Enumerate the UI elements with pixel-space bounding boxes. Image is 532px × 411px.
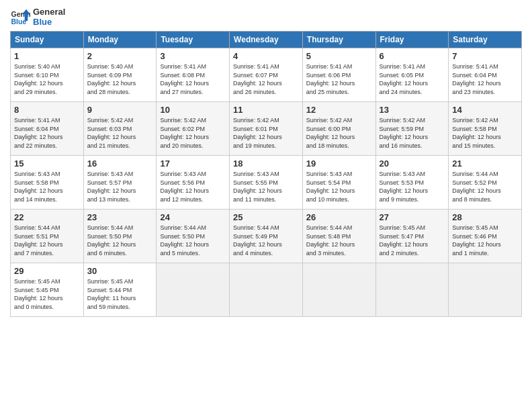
day-number: 20 [380, 158, 445, 169]
calendar-row-3: 22Sunrise: 5:44 AM Sunset: 5:51 PM Dayli… [11, 210, 522, 263]
calendar-cell: 19Sunrise: 5:43 AM Sunset: 5:54 PM Dayli… [302, 156, 375, 210]
day-number: 16 [87, 158, 153, 169]
day-number: 15 [14, 158, 80, 169]
day-info: Sunrise: 5:42 AM Sunset: 6:01 PM Dayligh… [233, 116, 299, 150]
day-info: Sunrise: 5:43 AM Sunset: 5:56 PM Dayligh… [160, 170, 226, 203]
day-info: Sunrise: 5:45 AM Sunset: 5:46 PM Dayligh… [452, 224, 518, 257]
day-info: Sunrise: 5:41 AM Sunset: 6:04 PM Dayligh… [14, 116, 80, 150]
calendar-cell [449, 263, 522, 317]
logo-line1: General [33, 7, 65, 17]
day-number: 2 [87, 51, 153, 61]
day-info: Sunrise: 5:45 AM Sunset: 5:47 PM Dayligh… [380, 224, 445, 257]
day-info: Sunrise: 5:40 AM Sunset: 6:10 PM Dayligh… [14, 62, 80, 96]
calendar-cell: 17Sunrise: 5:43 AM Sunset: 5:56 PM Dayli… [157, 156, 230, 210]
calendar-cell: 22Sunrise: 5:44 AM Sunset: 5:51 PM Dayli… [11, 210, 84, 263]
calendar-cell: 6Sunrise: 5:41 AM Sunset: 6:05 PM Daylig… [375, 48, 449, 102]
day-info: Sunrise: 5:45 AM Sunset: 5:45 PM Dayligh… [14, 277, 80, 311]
col-header-sunday: Sunday [11, 32, 84, 48]
day-info: Sunrise: 5:43 AM Sunset: 5:54 PM Dayligh… [306, 170, 372, 203]
calendar-cell: 14Sunrise: 5:42 AM Sunset: 5:58 PM Dayli… [449, 102, 522, 156]
day-number: 29 [14, 266, 80, 276]
calendar-cell: 26Sunrise: 5:44 AM Sunset: 5:48 PM Dayli… [302, 210, 375, 263]
calendar-cell [375, 263, 449, 317]
day-info: Sunrise: 5:44 AM Sunset: 5:48 PM Dayligh… [306, 224, 372, 257]
col-header-monday: Monday [83, 32, 157, 48]
col-header-thursday: Thursday [302, 32, 375, 48]
day-info: Sunrise: 5:42 AM Sunset: 5:58 PM Dayligh… [452, 116, 518, 150]
calendar-row-4: 29Sunrise: 5:45 AM Sunset: 5:45 PM Dayli… [11, 263, 522, 317]
day-number: 4 [233, 51, 299, 61]
header: General Blue General Blue [10, 7, 522, 27]
day-number: 21 [452, 158, 518, 169]
day-info: Sunrise: 5:42 AM Sunset: 6:02 PM Dayligh… [160, 116, 226, 150]
calendar-cell: 15Sunrise: 5:43 AM Sunset: 5:58 PM Dayli… [11, 156, 84, 210]
calendar-header-row: SundayMondayTuesdayWednesdayThursdayFrid… [11, 32, 522, 48]
svg-text:Blue: Blue [11, 17, 27, 26]
col-header-friday: Friday [375, 32, 449, 48]
day-info: Sunrise: 5:45 AM Sunset: 5:44 PM Dayligh… [87, 277, 153, 311]
day-info: Sunrise: 5:42 AM Sunset: 6:03 PM Dayligh… [87, 116, 153, 150]
calendar-cell: 16Sunrise: 5:43 AM Sunset: 5:57 PM Dayli… [83, 156, 157, 210]
calendar-cell: 21Sunrise: 5:44 AM Sunset: 5:52 PM Dayli… [449, 156, 522, 210]
day-number: 13 [380, 105, 445, 115]
calendar-cell: 18Sunrise: 5:43 AM Sunset: 5:55 PM Dayli… [230, 156, 303, 210]
logo: General Blue General Blue [10, 7, 65, 27]
day-number: 27 [380, 212, 445, 222]
calendar-cell: 2Sunrise: 5:40 AM Sunset: 6:09 PM Daylig… [83, 48, 157, 102]
calendar-cell: 30Sunrise: 5:45 AM Sunset: 5:44 PM Dayli… [83, 263, 157, 317]
calendar-cell [230, 263, 303, 317]
calendar-cell: 11Sunrise: 5:42 AM Sunset: 6:01 PM Dayli… [230, 102, 303, 156]
day-number: 1 [14, 51, 80, 61]
day-number: 28 [452, 212, 518, 222]
day-info: Sunrise: 5:40 AM Sunset: 6:09 PM Dayligh… [87, 62, 153, 96]
calendar-row-0: 1Sunrise: 5:40 AM Sunset: 6:10 PM Daylig… [11, 48, 522, 102]
calendar-cell: 24Sunrise: 5:44 AM Sunset: 5:50 PM Dayli… [157, 210, 230, 263]
day-number: 19 [306, 158, 372, 169]
calendar-cell: 27Sunrise: 5:45 AM Sunset: 5:47 PM Dayli… [375, 210, 449, 263]
day-info: Sunrise: 5:43 AM Sunset: 5:53 PM Dayligh… [380, 170, 445, 203]
day-info: Sunrise: 5:42 AM Sunset: 5:59 PM Dayligh… [380, 116, 445, 150]
col-header-saturday: Saturday [449, 32, 522, 48]
day-info: Sunrise: 5:43 AM Sunset: 5:57 PM Dayligh… [87, 170, 153, 203]
day-number: 30 [87, 266, 153, 276]
day-info: Sunrise: 5:44 AM Sunset: 5:49 PM Dayligh… [233, 224, 299, 257]
calendar-cell: 29Sunrise: 5:45 AM Sunset: 5:45 PM Dayli… [11, 263, 84, 317]
calendar-cell: 12Sunrise: 5:42 AM Sunset: 6:00 PM Dayli… [302, 102, 375, 156]
day-info: Sunrise: 5:41 AM Sunset: 6:08 PM Dayligh… [160, 62, 226, 96]
calendar-row-1: 8Sunrise: 5:41 AM Sunset: 6:04 PM Daylig… [11, 102, 522, 156]
day-number: 26 [306, 212, 372, 222]
calendar-cell: 20Sunrise: 5:43 AM Sunset: 5:53 PM Dayli… [375, 156, 449, 210]
day-info: Sunrise: 5:43 AM Sunset: 5:58 PM Dayligh… [14, 170, 80, 203]
day-number: 17 [160, 158, 226, 169]
day-number: 3 [160, 51, 226, 61]
day-number: 11 [233, 105, 299, 115]
calendar-cell: 28Sunrise: 5:45 AM Sunset: 5:46 PM Dayli… [449, 210, 522, 263]
day-number: 23 [87, 212, 153, 222]
logo-line2: Blue [33, 17, 65, 27]
day-number: 10 [160, 105, 226, 115]
calendar-cell: 10Sunrise: 5:42 AM Sunset: 6:02 PM Dayli… [157, 102, 230, 156]
calendar-cell: 3Sunrise: 5:41 AM Sunset: 6:08 PM Daylig… [157, 48, 230, 102]
calendar-cell [302, 263, 375, 317]
day-number: 22 [14, 212, 80, 222]
calendar-cell [157, 263, 230, 317]
day-number: 25 [233, 212, 299, 222]
calendar-row-2: 15Sunrise: 5:43 AM Sunset: 5:58 PM Dayli… [11, 156, 522, 210]
calendar-cell: 1Sunrise: 5:40 AM Sunset: 6:10 PM Daylig… [11, 48, 84, 102]
day-info: Sunrise: 5:44 AM Sunset: 5:50 PM Dayligh… [87, 224, 153, 257]
calendar-cell: 23Sunrise: 5:44 AM Sunset: 5:50 PM Dayli… [83, 210, 157, 263]
day-info: Sunrise: 5:41 AM Sunset: 6:06 PM Dayligh… [306, 62, 372, 96]
day-info: Sunrise: 5:44 AM Sunset: 5:52 PM Dayligh… [452, 170, 518, 203]
col-header-tuesday: Tuesday [157, 32, 230, 48]
day-number: 5 [306, 51, 372, 61]
day-info: Sunrise: 5:42 AM Sunset: 6:00 PM Dayligh… [306, 116, 372, 150]
col-header-wednesday: Wednesday [230, 32, 303, 48]
day-number: 6 [380, 51, 445, 61]
calendar-cell: 9Sunrise: 5:42 AM Sunset: 6:03 PM Daylig… [83, 102, 157, 156]
day-number: 7 [452, 51, 518, 61]
day-info: Sunrise: 5:41 AM Sunset: 6:04 PM Dayligh… [452, 62, 518, 96]
day-number: 12 [306, 105, 372, 115]
day-info: Sunrise: 5:44 AM Sunset: 5:50 PM Dayligh… [160, 224, 226, 257]
day-info: Sunrise: 5:44 AM Sunset: 5:51 PM Dayligh… [14, 224, 80, 257]
day-number: 9 [87, 105, 153, 115]
